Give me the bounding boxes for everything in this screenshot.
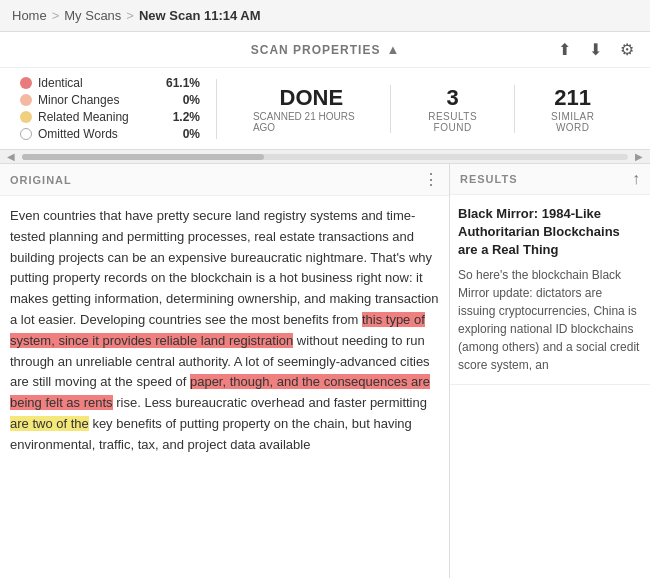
scan-properties-header: SCAN PROPERTIES ▲ ⬆ ⬇ ⚙ xyxy=(0,32,650,68)
panel-results-title: RESULTS xyxy=(460,173,518,185)
stat-similar-label: SIMILAR WORD xyxy=(535,111,610,133)
result-title-0: Black Mirror: 1984-Like Authoritarian Bl… xyxy=(458,205,642,260)
stat-similar-count: 211 xyxy=(554,85,591,111)
legend-omitted: Omitted Words 0% xyxy=(20,127,200,141)
settings-button[interactable]: ⚙ xyxy=(616,38,638,61)
legend-related-label: Related Meaning xyxy=(38,110,159,124)
share-button[interactable]: ⬆ xyxy=(554,38,575,61)
panel-original-menu-button[interactable]: ⋮ xyxy=(423,170,439,189)
dot-minor xyxy=(20,94,32,106)
result-body-0: So here's the blockchain Black Mirror up… xyxy=(458,266,642,374)
breadcrumb-myscans[interactable]: My Scans xyxy=(64,8,121,23)
download-button[interactable]: ⬇ xyxy=(585,38,606,61)
result-item-0[interactable]: Black Mirror: 1984-Like Authoritarian Bl… xyxy=(450,195,650,385)
scan-properties-title: SCAN PROPERTIES xyxy=(251,43,381,57)
stat-results-count: 3 xyxy=(447,85,459,111)
scroll-right-arrow[interactable]: ▶ xyxy=(632,151,646,162)
scroll-track[interactable] xyxy=(22,154,628,160)
original-highlight3: are two of the xyxy=(10,416,89,431)
legend-omitted-label: Omitted Words xyxy=(38,127,159,141)
panel-original-body[interactable]: Even countries that have pretty secure l… xyxy=(0,196,449,578)
breadcrumb-home[interactable]: Home xyxy=(12,8,47,23)
dot-identical xyxy=(20,77,32,89)
divider-legend-stats xyxy=(216,79,217,139)
panel-results-header: RESULTS ↑ xyxy=(450,164,650,195)
original-text-before1: Even countries that have pretty secure l… xyxy=(10,208,439,327)
stat-scanned-label: SCANNED 21 HOURS AGO xyxy=(253,111,370,133)
breadcrumb-sep2: > xyxy=(126,8,134,23)
scroll-thumb[interactable] xyxy=(22,154,264,160)
stat-similar: 211 SIMILAR WORD xyxy=(515,85,630,133)
breadcrumb: Home > My Scans > New Scan 11:14 AM xyxy=(0,0,650,32)
main-content: ORIGINAL ⋮ Even countries that have pret… xyxy=(0,164,650,578)
scroll-left-arrow[interactable]: ◀ xyxy=(4,151,18,162)
legend-identical-label: Identical xyxy=(38,76,159,90)
original-text-between23: rise. Less bureaucratic overhead and fas… xyxy=(113,395,427,410)
scan-properties-toggle[interactable]: ▲ xyxy=(386,42,399,57)
panel-original: ORIGINAL ⋮ Even countries that have pret… xyxy=(0,164,450,578)
legend-identical: Identical 61.1% xyxy=(20,76,200,90)
stat-done: DONE SCANNED 21 HOURS AGO xyxy=(233,85,391,133)
horizontal-scrollbar[interactable]: ◀ ▶ xyxy=(0,150,650,164)
header-icons: ⬆ ⬇ ⚙ xyxy=(554,38,638,61)
panel-original-header: ORIGINAL ⋮ xyxy=(0,164,449,196)
dot-omitted xyxy=(20,128,32,140)
legend-related-value: 1.2% xyxy=(165,110,200,124)
legend-related: Related Meaning 1.2% xyxy=(20,110,200,124)
stat-done-label: DONE xyxy=(280,85,344,111)
panel-results-up-button[interactable]: ↑ xyxy=(632,170,640,188)
breadcrumb-current: New Scan 11:14 AM xyxy=(139,8,261,23)
legend-section: Identical 61.1% Minor Changes 0% Related… xyxy=(20,76,200,141)
legend-omitted-value: 0% xyxy=(165,127,200,141)
stat-results-label: RESULTS FOUND xyxy=(411,111,495,133)
dot-related xyxy=(20,111,32,123)
stats-bar: Identical 61.1% Minor Changes 0% Related… xyxy=(0,68,650,150)
results-list[interactable]: Black Mirror: 1984-Like Authoritarian Bl… xyxy=(450,195,650,578)
panel-results: RESULTS ↑ Black Mirror: 1984-Like Author… xyxy=(450,164,650,578)
legend-identical-value: 61.1% xyxy=(165,76,200,90)
legend-minor: Minor Changes 0% xyxy=(20,93,200,107)
stat-results: 3 RESULTS FOUND xyxy=(391,85,516,133)
breadcrumb-sep1: > xyxy=(52,8,60,23)
panel-original-title: ORIGINAL xyxy=(10,174,72,186)
legend-minor-value: 0% xyxy=(165,93,200,107)
legend-minor-label: Minor Changes xyxy=(38,93,159,107)
